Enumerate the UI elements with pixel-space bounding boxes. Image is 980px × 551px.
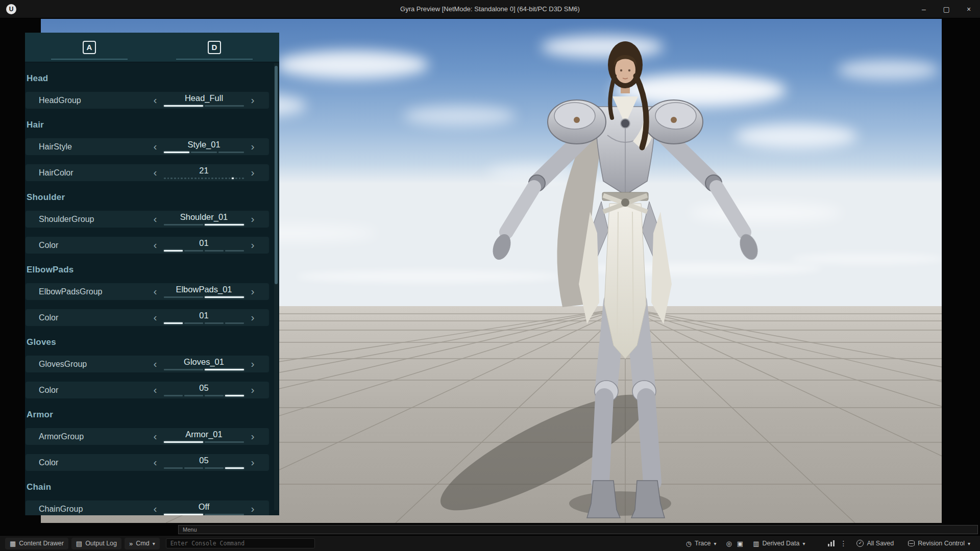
next-option-button[interactable]: ›: [247, 309, 258, 326]
next-option-button[interactable]: ›: [247, 454, 258, 471]
prev-option-button[interactable]: ‹: [150, 309, 161, 326]
screenshot-icon[interactable]: ▣: [737, 540, 743, 547]
option-segments: [164, 296, 244, 298]
param-row-elbowpads-color: Color ‹ 01 ›: [26, 309, 269, 326]
trace-label: Trace: [695, 540, 711, 547]
rotate-left-underline: [51, 59, 128, 60]
section-title-gloves: Gloves: [27, 337, 269, 347]
prev-option-button[interactable]: ‹: [150, 356, 161, 372]
close-button[interactable]: ×: [958, 0, 980, 18]
chevron-down-icon: ▾: [968, 541, 970, 546]
derived-data-button[interactable]: ▥ Derived Data ▾: [748, 538, 810, 549]
console-command-input[interactable]: [166, 538, 315, 548]
option-segments: [164, 441, 244, 443]
param-label: HairStyle: [39, 138, 72, 155]
trace-icon: ◷: [686, 540, 692, 547]
more-options-icon[interactable]: ⋮: [840, 539, 847, 547]
param-label: GlovesGroup: [39, 356, 87, 372]
rotate-right-underline: [176, 59, 253, 60]
chevron-down-icon: ▾: [802, 541, 805, 546]
section-title-shoulder: Shoulder: [27, 192, 269, 203]
param-label: HeadGroup: [39, 92, 81, 109]
next-option-button[interactable]: ›: [247, 356, 258, 372]
param-row-armorgroup: ArmorGroup ‹ Armor_01 ›: [26, 428, 269, 445]
unreal-logo-icon[interactable]: U: [6, 4, 16, 14]
panel-scrollbar-thumb[interactable]: [275, 66, 278, 284]
option-segments: [164, 395, 244, 396]
next-option-button[interactable]: ›: [247, 382, 258, 398]
target-icon[interactable]: ◎: [726, 540, 732, 547]
rotate-keys-header: A D: [25, 33, 279, 62]
prev-option-button[interactable]: ‹: [150, 92, 161, 109]
window-controls: – ▢ ×: [913, 0, 980, 18]
param-label: ElbowPadsGroup: [39, 283, 103, 300]
param-label: Color: [39, 382, 58, 398]
next-option-button[interactable]: ›: [247, 211, 258, 228]
param-row-hairstyle: HairStyle ‹ Style_01 ›: [26, 138, 269, 155]
next-option-button[interactable]: ›: [247, 500, 258, 515]
derived-data-icon: ▥: [753, 540, 759, 547]
next-option-button[interactable]: ›: [247, 283, 258, 300]
prev-option-button[interactable]: ‹: [150, 428, 161, 445]
param-label: ChainGroup: [39, 500, 83, 515]
menu-label[interactable]: Menu: [183, 527, 197, 533]
param-value: Style_01: [164, 140, 244, 149]
param-label: ShoulderGroup: [39, 211, 94, 228]
output-log-icon: ▤: [76, 540, 82, 547]
all-saved-button[interactable]: ✓ All Saved: [852, 538, 898, 549]
param-value: 05: [164, 456, 244, 465]
stats-graph-icon[interactable]: [828, 540, 835, 546]
revision-control-label: Revision Control: [918, 540, 965, 547]
output-log-button[interactable]: ▤ Output Log: [71, 538, 121, 549]
prev-option-button[interactable]: ‹: [150, 211, 161, 228]
param-value: Shoulder_01: [164, 212, 244, 222]
param-label: Color: [39, 454, 58, 471]
next-option-button[interactable]: ›: [247, 164, 258, 181]
next-option-button[interactable]: ›: [247, 237, 258, 254]
param-value: 01: [164, 238, 244, 248]
param-label: HairColor: [39, 164, 74, 181]
prev-option-button[interactable]: ‹: [150, 500, 161, 515]
maximize-button[interactable]: ▢: [935, 0, 958, 18]
param-row-gloves-color: Color ‹ 05 ›: [26, 382, 269, 398]
param-label: Color: [39, 309, 58, 326]
section-title-armor: Armor: [27, 410, 269, 420]
cmd-dropdown-button[interactable]: » Cmd ▾: [125, 538, 160, 549]
status-bar: ▦ Content Drawer ▤ Output Log » Cmd ▾ ◷ …: [0, 535, 980, 551]
prev-option-button[interactable]: ‹: [150, 164, 161, 181]
option-segments: [164, 322, 244, 324]
param-row-shouldergroup: ShoulderGroup ‹ Shoulder_01 ›: [26, 211, 269, 228]
trace-button[interactable]: ◷ Trace ▾: [681, 538, 721, 549]
revision-control-button[interactable]: Revision Control ▾: [903, 538, 975, 549]
rotate-right-key-button[interactable]: D: [208, 41, 221, 54]
param-value: ElbowPads_01: [164, 285, 244, 294]
section-title-elbowpads: ElbowPads: [27, 265, 269, 275]
param-value: 01: [164, 311, 244, 320]
param-row-shoulder-color: Color ‹ 01 ›: [26, 237, 269, 254]
minimize-button[interactable]: –: [913, 0, 935, 18]
next-option-button[interactable]: ›: [247, 138, 258, 155]
param-row-glovesgroup: GlovesGroup ‹ Gloves_01 ›: [26, 356, 269, 372]
saved-check-icon: ✓: [856, 540, 864, 547]
param-row-elbowpadsgroup: ElbowPadsGroup ‹ ElbowPads_01 ›: [26, 283, 269, 300]
content-drawer-button[interactable]: ▦ Content Drawer: [5, 538, 68, 549]
output-log-label: Output Log: [85, 540, 117, 547]
prev-option-button[interactable]: ‹: [150, 138, 161, 155]
param-row-haircolor: HairColor ‹ 21 ›: [26, 164, 269, 181]
section-title-chain: Chain: [27, 482, 269, 492]
content-drawer-label: Content Drawer: [19, 540, 64, 547]
param-value: Head_Full: [164, 93, 244, 103]
option-segments: [164, 152, 244, 153]
prev-option-button[interactable]: ‹: [150, 454, 161, 471]
character-customization-panel: A D Head HeadGroup ‹ Head_Full › Hair Ha…: [25, 33, 279, 515]
derived-data-label: Derived Data: [762, 540, 799, 547]
prev-option-button[interactable]: ‹: [150, 382, 161, 398]
option-segments: [164, 105, 244, 107]
prev-option-button[interactable]: ‹: [150, 237, 161, 254]
next-option-button[interactable]: ›: [247, 428, 258, 445]
prev-option-button[interactable]: ‹: [150, 283, 161, 300]
param-label: Color: [39, 237, 58, 254]
rotate-left-key-button[interactable]: A: [83, 41, 96, 54]
param-label: ArmorGroup: [39, 428, 84, 445]
next-option-button[interactable]: ›: [247, 92, 258, 109]
